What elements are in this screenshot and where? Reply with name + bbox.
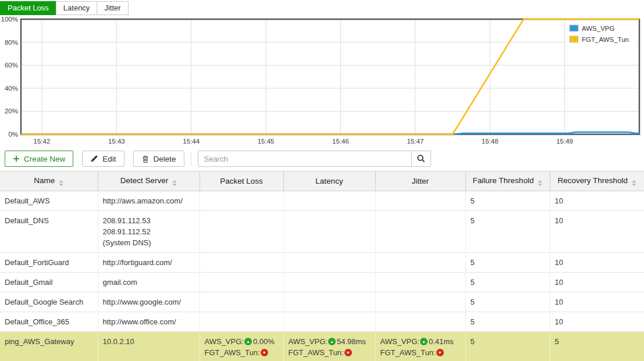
cell-jitter: AWS_VPG:▲0.41msFGT_AWS_Tun:▼ [375, 332, 465, 361]
cell-recovery-threshold: 10 [550, 211, 644, 253]
cell-packet-loss [200, 273, 283, 292]
link-status-line: AWS_VPG:▲0.41ms [380, 336, 461, 347]
cell-jitter [375, 211, 465, 253]
link-status-line: AWS_VPG:▲54.98ms [289, 336, 371, 347]
legend-item-fgt-aws-tun[interactable]: FGT_AWS_Tun [570, 36, 629, 43]
create-new-button[interactable]: Create New [5, 151, 73, 167]
search-button[interactable] [412, 151, 431, 167]
table-row[interactable]: Default_Google Search http://www.google.… [0, 292, 644, 312]
cell-jitter [375, 273, 465, 292]
cell-recovery-threshold: 10 [550, 253, 644, 273]
chart-tabs: Packet LossLatencyJitter [0, 0, 644, 15]
status-down-icon: ▼ [344, 349, 352, 356]
cell-failure-threshold: 5 [465, 332, 550, 361]
cell-detect-server: http://aws.amazon.com/ [98, 191, 200, 211]
svg-text:40%: 40% [5, 85, 18, 92]
svg-text:15:43: 15:43 [108, 138, 125, 145]
toolbar: Create New Edit Delete [5, 151, 639, 167]
search-box [198, 151, 431, 167]
svg-text:15:46: 15:46 [332, 138, 349, 145]
search-icon [417, 154, 426, 163]
column-header-latency[interactable]: Latency [283, 171, 375, 191]
search-input[interactable] [198, 151, 412, 167]
cell-failure-threshold: 5 [465, 292, 550, 312]
series-fgt-aws-tun [21, 19, 639, 134]
cell-packet-loss [200, 292, 283, 312]
status-up-icon: ▲ [328, 338, 336, 345]
cell-name: Default_Google Search [0, 292, 98, 312]
cell-detect-server: http://www.google.com/ [98, 292, 200, 312]
cell-recovery-threshold: 5 [550, 332, 644, 361]
column-header-detect-server[interactable]: Detect Server [98, 171, 200, 191]
grid-lines [21, 19, 639, 134]
toolbar-separator [191, 152, 191, 166]
link-status-line: FGT_AWS_Tun:▼ [289, 347, 371, 358]
cell-name: Default_FortiGuard [0, 253, 98, 273]
cell-latency [283, 312, 375, 332]
cell-jitter [375, 292, 465, 312]
table-row[interactable]: Default_Gmail gmail.com 5 10 [0, 273, 644, 292]
tab-packet-loss[interactable]: Packet Loss [0, 1, 56, 15]
cell-latency [283, 211, 375, 253]
legend-swatch [570, 36, 578, 42]
svg-text:15:42: 15:42 [34, 138, 51, 145]
plot-border [21, 19, 639, 134]
cell-packet-loss: AWS_VPG:▲0.00%FGT_AWS_Tun:▼ [200, 332, 283, 361]
column-header-failure-threshold[interactable]: Failure Threshold [465, 171, 550, 191]
column-header-packet-loss[interactable]: Packet Loss [200, 171, 283, 191]
sort-icon[interactable] [59, 180, 63, 186]
sort-icon[interactable] [632, 180, 636, 186]
edit-button[interactable]: Edit [82, 151, 124, 167]
legend-swatch [570, 25, 578, 31]
table-row[interactable]: ping_AWS_Gateway 10.0.2.10 AWS_VPG:▲0.00… [0, 332, 644, 361]
svg-text:20%: 20% [5, 108, 18, 115]
cell-latency [283, 292, 375, 312]
cell-failure-threshold: 5 [465, 211, 550, 253]
edit-label: Edit [102, 155, 116, 163]
table-body: Default_AWS http://aws.amazon.com/ 5 10 … [0, 191, 644, 361]
sort-icon[interactable] [172, 180, 177, 186]
y-axis-labels: 0%20%40%60%80%100% [1, 16, 18, 138]
tab-latency[interactable]: Latency [56, 1, 98, 15]
cell-recovery-threshold: 10 [550, 273, 644, 292]
chart-legend: AWS_VPGFGT_AWS_Tun [565, 22, 636, 47]
svg-text:15:49: 15:49 [556, 138, 573, 145]
plus-icon [13, 155, 20, 162]
cell-name: Default_AWS [0, 191, 98, 211]
sla-table: NameDetect ServerPacket LossLatencyJitte… [0, 171, 644, 361]
svg-text:60%: 60% [5, 62, 18, 69]
table-row[interactable]: Default_DNS 208.91.112.53208.91.112.52(S… [0, 211, 644, 253]
cell-jitter [375, 312, 465, 332]
cell-recovery-threshold: 10 [550, 312, 644, 332]
cell-latency [283, 273, 375, 292]
sort-icon[interactable] [538, 180, 542, 186]
column-header-recovery-threshold[interactable]: Recovery Threshold [550, 171, 644, 191]
x-axis-labels: 15:4215:4315:4415:4515:4615:4715:4815:49 [34, 138, 573, 145]
legend-item-aws-vpg[interactable]: AWS_VPG [570, 25, 615, 32]
cell-jitter [375, 191, 465, 211]
table-row[interactable]: Default_AWS http://aws.amazon.com/ 5 10 [0, 191, 644, 211]
delete-button[interactable]: Delete [133, 151, 184, 167]
cell-recovery-threshold: 10 [550, 191, 644, 211]
table-row[interactable]: Default_Office_365 http://www.office.com… [0, 312, 644, 332]
cell-failure-threshold: 5 [465, 253, 550, 273]
create-new-label: Create New [24, 155, 65, 163]
tab-jitter[interactable]: Jitter [97, 1, 128, 15]
link-status-line: AWS_VPG:▲0.00% [205, 336, 279, 347]
svg-text:15:45: 15:45 [258, 138, 275, 145]
svg-text:15:44: 15:44 [183, 138, 200, 145]
column-header-name[interactable]: Name [0, 171, 98, 191]
cell-packet-loss [200, 312, 283, 332]
cell-failure-threshold: 5 [465, 191, 550, 211]
column-header-jitter[interactable]: Jitter [375, 171, 465, 191]
cell-detect-server: http://www.office.com/ [98, 312, 200, 332]
status-up-icon: ▲ [244, 338, 252, 345]
trash-icon [141, 155, 150, 163]
table-row[interactable]: Default_FortiGuard http://fortiguard.com… [0, 253, 644, 273]
packet-loss-chart-svg: 0%20%40%60%80%100%15:4215:4315:4415:4515… [0, 15, 644, 147]
svg-text:80%: 80% [5, 39, 18, 46]
cell-name: Default_DNS [0, 211, 98, 253]
cell-failure-threshold: 5 [465, 312, 550, 332]
svg-text:FGT_AWS_Tun: FGT_AWS_Tun [582, 36, 629, 43]
cell-packet-loss [200, 191, 283, 211]
